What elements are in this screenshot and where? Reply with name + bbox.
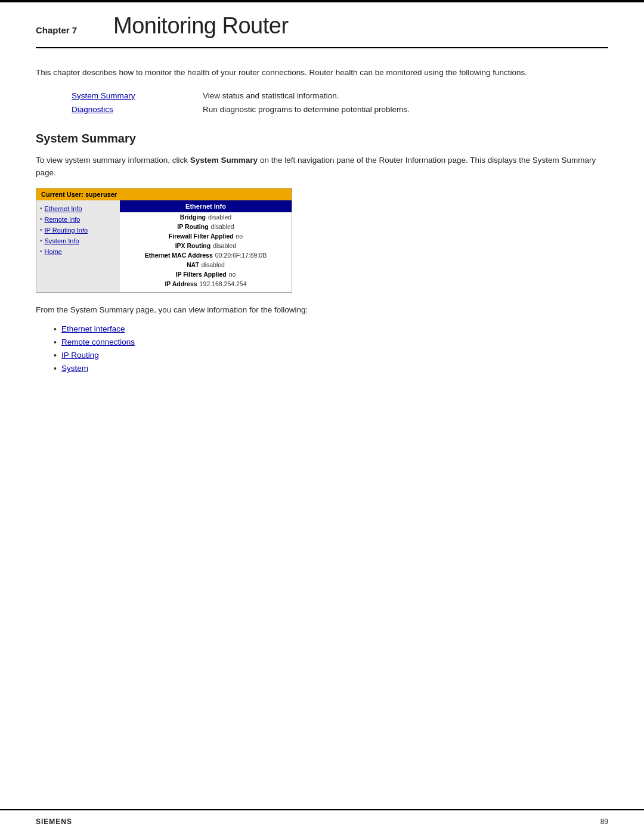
nav-item-iprouting[interactable]: • IP Routing Info	[40, 227, 116, 234]
diagnostics-link[interactable]: Diagnostics	[72, 105, 155, 114]
chapter-label: Chapter 7	[36, 25, 89, 35]
info-row-mac: Ethernet MAC Address 00:20:6F:17:89:0B	[120, 250, 292, 260]
nav-link-iprouting[interactable]: IP Routing Info	[45, 227, 88, 234]
nav-link-ethernet[interactable]: Ethernet Info	[45, 205, 82, 212]
value-ipxrouting: disabled	[213, 242, 236, 249]
value-bridging: disabled	[208, 213, 231, 221]
footer-page: 89	[600, 817, 608, 826]
info-row-firewall: Firewall Filter Applied no	[120, 231, 292, 241]
router-content: Ethernet Info Bridging disabled IP Routi…	[120, 200, 292, 292]
list-item-remote: Remote connections	[54, 337, 608, 347]
function-desc-2: Run diagnostic programs to determine pot…	[203, 105, 410, 114]
label-bridging: Bridging	[180, 213, 206, 221]
value-nat: disabled	[202, 261, 225, 268]
value-iprouting: disabled	[211, 223, 234, 230]
info-row-bridging: Bridging disabled	[120, 212, 292, 222]
router-body: • Ethernet Info • Remote Info • IP Routi…	[36, 200, 292, 292]
info-row-ipfilters: IP Filters Applied no	[120, 270, 292, 279]
function-table: System Summary View status and statistic…	[72, 91, 608, 114]
bullet-3: •	[40, 227, 42, 233]
function-row-1: System Summary View status and statistic…	[72, 91, 608, 100]
footer: SIEMENS 89	[0, 809, 644, 833]
label-ipxrouting: IPX Routing	[175, 242, 211, 249]
list-item-system: System	[54, 364, 608, 373]
list-item-ethernet: Ethernet interface	[54, 324, 608, 334]
list-item-iprouting: IP Routing	[54, 351, 608, 360]
label-mac: Ethernet MAC Address	[145, 252, 213, 259]
info-row-ipxrouting: IPX Routing disabled	[120, 241, 292, 250]
chapter-title: Monitoring Router	[113, 13, 289, 39]
bullet-1: •	[40, 205, 42, 212]
value-ipaddress: 192.168.254.254	[200, 280, 247, 287]
info-row-nat: NAT disabled	[120, 260, 292, 270]
info-row-iprouting: IP Routing disabled	[120, 222, 292, 231]
remote-connections-link[interactable]: Remote connections	[61, 337, 135, 346]
function-desc-1: View status and statistical information.	[203, 91, 339, 100]
system-summary-text: To view system summary information, clic…	[36, 154, 608, 179]
router-screenshot: Current User: superuser • Ethernet Info …	[36, 188, 292, 293]
bold-system-summary: System Summary	[190, 156, 258, 165]
system-link[interactable]: System	[61, 364, 88, 373]
router-top-bar: Current User: superuser	[36, 188, 292, 200]
bullet-4: •	[40, 237, 42, 244]
intro-text: This chapter describes how to monitor th…	[36, 66, 608, 79]
value-ipfilters: no	[229, 271, 236, 278]
chapter-header: Chapter 7 Monitoring Router	[0, 2, 644, 47]
system-summary-link[interactable]: System Summary	[72, 91, 155, 100]
features-list: Ethernet interface Remote connections IP…	[54, 324, 608, 373]
function-row-2: Diagnostics Run diagnostic programs to d…	[72, 105, 608, 114]
nav-link-system[interactable]: System Info	[45, 237, 79, 244]
nav-item-system[interactable]: • System Info	[40, 237, 116, 244]
nav-link-home[interactable]: Home	[45, 248, 62, 255]
footer-brand: SIEMENS	[36, 817, 72, 826]
bullet-2: •	[40, 216, 42, 222]
label-ipfilters: IP Filters Applied	[176, 271, 227, 278]
nav-item-home[interactable]: • Home	[40, 248, 116, 255]
value-mac: 00:20:6F:17:89:0B	[215, 252, 267, 259]
info-row-ipaddress: IP Address 192.168.254.254	[120, 279, 292, 289]
ethernet-interface-link[interactable]: Ethernet interface	[61, 324, 125, 333]
label-ipaddress: IP Address	[165, 280, 197, 287]
router-info-header: Ethernet Info	[120, 200, 292, 212]
bullet-5: •	[40, 248, 42, 255]
label-iprouting: IP Routing	[177, 223, 208, 230]
router-nav: • Ethernet Info • Remote Info • IP Routi…	[36, 200, 120, 292]
value-firewall: no	[236, 233, 243, 240]
label-firewall: Firewall Filter Applied	[169, 233, 234, 240]
nav-item-ethernet[interactable]: • Ethernet Info	[40, 205, 116, 212]
after-screenshot-text: From the System Summary page, you can vi…	[36, 304, 608, 317]
content-area: This chapter describes how to monitor th…	[0, 48, 644, 413]
nav-link-remote[interactable]: Remote Info	[45, 216, 80, 223]
system-summary-heading: System Summary	[36, 132, 608, 145]
label-nat: NAT	[187, 261, 199, 268]
nav-item-remote[interactable]: • Remote Info	[40, 216, 116, 223]
ip-routing-link[interactable]: IP Routing	[61, 351, 99, 360]
